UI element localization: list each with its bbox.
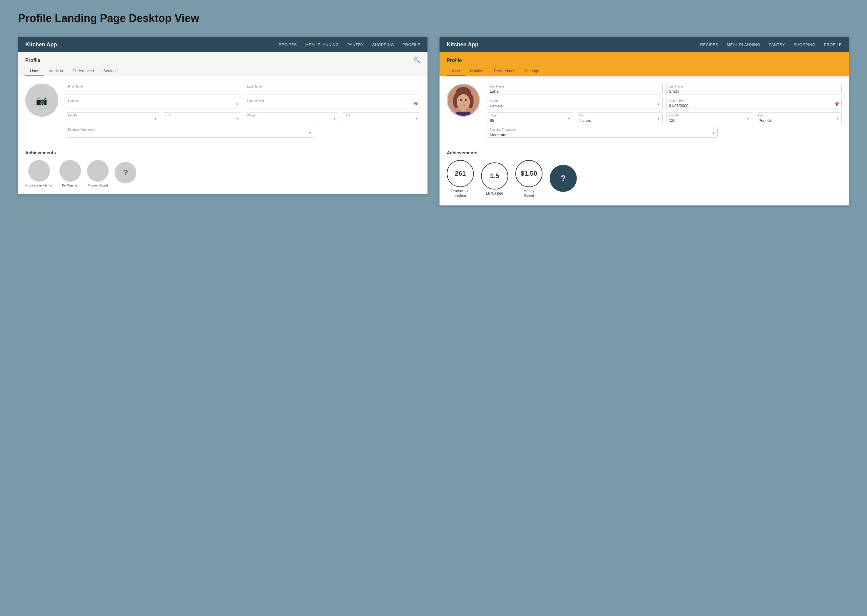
right-achievement-circle-products: 261 [447,160,474,187]
right-first-name-input[interactable] [487,83,663,94]
left-dob-input[interactable] [245,98,420,109]
left-profile-title: Profile [25,55,40,65]
svg-rect-9 [456,112,471,116]
left-achievement-label-products: Products in kitchen [25,184,53,187]
left-height-unit-field: Unit ▼ [163,113,241,123]
left-last-name-field: Last Name [245,83,420,94]
left-card-body: 📷 First Name Last Name [18,76,427,194]
left-last-name-input[interactable] [245,83,420,94]
right-height-field: Height 65 ▼ [487,113,573,123]
avatar-svg [448,85,479,116]
left-nav-profile[interactable]: PROFILE [402,42,420,47]
right-weight-field: Weight 125 ▼ [666,113,752,123]
right-tab-settings[interactable]: Settings [520,66,544,76]
left-achievements-section: Achievements Products in kitchen Kg Wast… [25,150,420,187]
svg-point-6 [465,99,467,101]
camera-icon: 📷 [36,94,48,106]
right-achievement-money: $1.50 MoneySaved [515,160,542,198]
left-tab-preferences[interactable]: Preferences [68,66,98,76]
left-height-field: Height ▼ [66,113,159,123]
right-weight-unit-select[interactable]: Pounds Kilograms [756,113,842,123]
left-achievement-label-money: Money Saved [88,184,108,187]
left-tabs: User Nutrition Preferences Settings [25,66,420,76]
right-exercise-field: Exercise Frequency Moderate Sedentary Li… [487,127,718,138]
right-dob-input[interactable] [666,98,842,109]
right-achievement-question: ? [550,165,577,194]
right-tabs: User Nutrition Preferences Settings [447,66,842,76]
right-user-section: First Name Last Name Gender Female [447,83,842,138]
left-tab-user[interactable]: User [25,66,44,76]
right-achievement-circle-money: $1.50 [515,160,542,187]
left-weight-unit-select[interactable] [342,113,420,123]
right-achievement-label-products: Products inkitchen [451,189,469,198]
left-tab-settings[interactable]: Settings [98,66,122,76]
left-height-unit-select[interactable] [163,113,241,123]
left-achievements-title: Achievements [25,150,420,155]
right-weight-select[interactable]: 125 [666,113,752,123]
right-tab-nutrition[interactable]: Nutrition [465,66,489,76]
left-nav-recipes[interactable]: RECIPES [279,42,297,47]
left-achievement-money: Money Saved [87,160,109,187]
left-first-name-input[interactable] [66,83,241,94]
right-height-weight-row: Height 65 ▼ Unit Inches Centimeters [487,113,842,123]
svg-point-7 [463,102,464,104]
left-divider [25,145,420,145]
left-tab-nutrition[interactable]: Nutrition [44,66,68,76]
left-gender-field: Gender Male Female ▼ [66,98,241,109]
left-card: Kitchen App RECIPES MEAL PLANNING PANTRY… [18,37,427,194]
left-exercise-row: Exercise Frequency Sedentary Light Moder… [66,127,420,138]
right-height-unit-select[interactable]: Inches Centimeters [577,113,663,123]
left-nav-meal-planning[interactable]: MEAL PLANNING [305,42,339,47]
left-profile-header: Profile 🔍 User Nutrition Preferences Set… [18,52,427,76]
right-exercise-select[interactable]: Moderate Sedentary Light Active [487,127,718,138]
left-app-name: Kitchen App [25,41,57,48]
left-weight-unit-field: Unit ▼ [342,113,420,123]
left-first-name-field: First Name [66,83,241,94]
right-nav-shopping[interactable]: SHOPPING [793,42,815,47]
right-app-name: Kitchen App [447,41,478,48]
right-weight-unit-field: Unit Pounds Kilograms ▼ [756,113,842,123]
left-exercise-select[interactable]: Sedentary Light Moderate Active [66,127,314,138]
right-avatar [447,83,480,117]
left-gender-dob-row: Gender Male Female ▼ Date of Birth 📅 [66,98,420,109]
right-nav-bar: Kitchen App RECIPES MEAL PLANNING PANTRY… [440,37,849,52]
left-weight-field: Weight ▼ [245,113,338,123]
right-card-body: First Name Last Name Gender Female [440,76,849,206]
right-height-select[interactable]: 65 [487,113,573,123]
svg-point-5 [460,99,462,101]
right-name-row: First Name Last Name [487,83,842,94]
right-achievement-label-lb: Lb Wasted [486,191,503,196]
right-card: Kitchen App RECIPES MEAL PLANNING PANTRY… [440,37,849,206]
left-weight-select[interactable] [245,113,338,123]
left-form-fields: First Name Last Name Gender [66,83,420,138]
right-nav-recipes[interactable]: RECIPES [700,42,719,47]
left-achievement-label-kg: Kg Wasted [62,184,78,187]
left-user-section: 📷 First Name Last Name [25,83,420,138]
right-tab-user[interactable]: User [447,66,465,76]
right-profile-header: Profile User Nutrition Preferences Setti… [440,52,849,76]
right-achievements-title: Achievements [447,150,842,155]
right-profile-title: Profile [447,55,462,65]
right-nav-meal-planning[interactable]: MEAL PLANNING [727,42,760,47]
right-achievement-circle-lb: 1.5 [481,162,508,190]
left-height-weight-row: Height ▼ Unit ▼ [66,113,420,123]
right-nav-pantry[interactable]: PANTRY [769,42,785,47]
left-gender-select[interactable]: Male Female [66,98,241,109]
right-gender-select[interactable]: Female Male [487,98,663,109]
left-nav-pantry[interactable]: PANTRY [347,42,364,47]
left-exercise-field: Exercise Frequency Sedentary Light Moder… [66,127,314,138]
right-last-name-input[interactable] [666,83,842,94]
left-nav-shopping[interactable]: SHOPPING [372,42,394,47]
right-divider [447,145,842,145]
left-achievement-circle-money [87,160,109,182]
right-tab-preferences[interactable]: Preferences [489,66,520,76]
left-achievement-products: Products in kitchen [25,160,53,187]
right-gender-dob-row: Gender Female Male ▼ Date of Birth 📅 [487,98,842,109]
left-search-button[interactable]: 🔍 [414,57,420,63]
left-avatar-placeholder[interactable]: 📷 [25,83,58,117]
right-nav-profile[interactable]: PROFILE [824,42,842,47]
page-title: Profile Landing Page Desktop View [18,12,849,25]
left-height-select[interactable] [66,113,159,123]
left-achievement-circle-kg [59,160,81,182]
left-profile-title-row: Profile 🔍 [25,55,420,65]
